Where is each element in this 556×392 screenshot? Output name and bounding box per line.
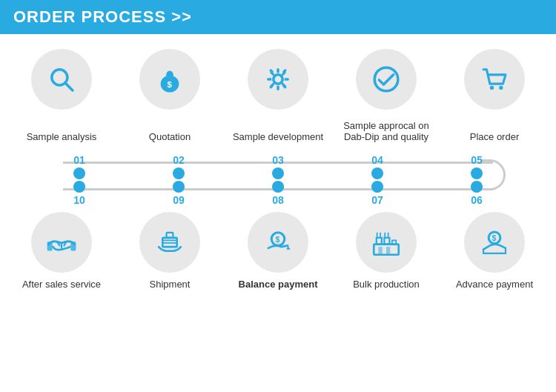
svg-rect-32 bbox=[378, 247, 382, 255]
payment-icon: $ bbox=[262, 226, 294, 259]
page-title: ORDER PROCESS >> bbox=[13, 7, 192, 27]
num-01: 01 bbox=[73, 154, 85, 166]
step-label-quotation: Quotation bbox=[149, 116, 191, 142]
step-bulk-production: Bulk production bbox=[338, 212, 434, 302]
timeline-dot-01: 01 bbox=[31, 154, 128, 179]
factory-icon bbox=[370, 226, 403, 259]
svg-rect-28 bbox=[377, 233, 378, 238]
svg-rect-10 bbox=[282, 69, 287, 74]
timeline-dot-07: 07 bbox=[329, 181, 426, 206]
num-04: 04 bbox=[371, 154, 383, 166]
num-02: 02 bbox=[173, 154, 185, 166]
svg-rect-31 bbox=[388, 233, 389, 238]
step-label-place-order: Place order bbox=[470, 116, 519, 142]
place-order-icon-circle bbox=[464, 49, 525, 110]
cart-icon bbox=[478, 63, 511, 96]
svg-line-1 bbox=[65, 83, 73, 90]
dot-05 bbox=[471, 167, 483, 179]
svg-rect-6 bbox=[277, 86, 279, 90]
sample-approcal-icon-circle bbox=[356, 49, 417, 110]
step-label-sample-development: Sample development bbox=[233, 116, 323, 142]
timeline-dot-06: 06 bbox=[428, 181, 525, 206]
svg-rect-7 bbox=[267, 78, 271, 81]
timeline-area: 01 02 03 04 05 10 bbox=[22, 147, 534, 206]
timeline-dot-10: 10 bbox=[31, 181, 128, 206]
step-sample-development: Sample development bbox=[230, 49, 326, 142]
svg-rect-5 bbox=[277, 68, 279, 73]
svg-rect-27 bbox=[392, 240, 396, 244]
step-balance-payment: $ Balance payment bbox=[230, 212, 326, 302]
svg-text:$: $ bbox=[167, 80, 172, 89]
dot-08 bbox=[272, 181, 284, 193]
timeline-dot-09: 09 bbox=[130, 181, 227, 206]
step-after-sales: After sales service bbox=[13, 212, 110, 302]
svg-rect-30 bbox=[384, 233, 385, 238]
step-label-sample-approcal: Sample approcal on Dab-Dip and quality bbox=[338, 116, 434, 142]
after-sales-icon-circle bbox=[31, 212, 92, 273]
num-03: 03 bbox=[272, 154, 284, 166]
shipment-icon-circle bbox=[139, 212, 200, 273]
svg-rect-29 bbox=[380, 233, 381, 238]
dot-09 bbox=[173, 181, 185, 193]
num-05: 05 bbox=[471, 154, 483, 166]
svg-rect-8 bbox=[285, 78, 289, 81]
timeline-dot-02: 02 bbox=[130, 154, 227, 179]
timeline-dot-05: 05 bbox=[428, 154, 525, 179]
svg-rect-33 bbox=[386, 247, 390, 255]
sample-development-icon-circle bbox=[248, 49, 308, 110]
step-quotation: $ Quotation bbox=[122, 49, 218, 142]
num-07: 07 bbox=[371, 194, 383, 206]
sample-analysis-icon-circle bbox=[31, 49, 92, 110]
step-label-advance-payment: Advance payment bbox=[456, 279, 533, 302]
handshake-icon bbox=[45, 226, 78, 259]
step-label-balance-payment: Balance payment bbox=[239, 279, 318, 302]
step-place-order: Place order bbox=[446, 49, 543, 142]
main-content: Sample analysis $ Quotation bbox=[0, 34, 556, 310]
num-10: 10 bbox=[73, 194, 85, 206]
dot-06 bbox=[471, 181, 483, 193]
dot-03 bbox=[272, 167, 284, 179]
svg-point-14 bbox=[490, 86, 494, 90]
num-08: 08 bbox=[272, 194, 284, 206]
step-sample-analysis: Sample analysis bbox=[13, 49, 110, 142]
bottom-steps-row: After sales service Shipment $ bbox=[7, 212, 549, 302]
quotation-icon-circle: $ bbox=[139, 49, 200, 110]
dot-02 bbox=[173, 167, 185, 179]
advance-payment-icon-circle: $ bbox=[464, 212, 525, 273]
timeline-dot-04: 04 bbox=[329, 154, 426, 179]
dot-10 bbox=[73, 181, 85, 193]
timeline-bottom-dots: 10 09 08 07 06 bbox=[22, 181, 534, 206]
step-advance-payment: $ Advance payment bbox=[446, 212, 543, 302]
timeline-dot-03: 03 bbox=[230, 154, 326, 179]
step-label-bulk-production: Bulk production bbox=[353, 279, 420, 302]
check-icon bbox=[370, 63, 403, 96]
svg-rect-9 bbox=[269, 69, 274, 74]
balance-payment-icon-circle: $ bbox=[248, 212, 308, 273]
svg-rect-16 bbox=[47, 242, 53, 250]
svg-point-15 bbox=[499, 86, 503, 90]
step-label-shipment: Shipment bbox=[150, 279, 191, 302]
money-icon: $ bbox=[153, 63, 186, 96]
step-shipment: Shipment bbox=[122, 212, 218, 302]
timeline-dot-08: 08 bbox=[230, 181, 326, 206]
svg-text:$: $ bbox=[492, 233, 496, 242]
dot-01 bbox=[73, 167, 85, 179]
dot-07 bbox=[371, 181, 383, 193]
ship-icon bbox=[153, 226, 186, 259]
timeline-top-dots: 01 02 03 04 05 bbox=[22, 154, 534, 179]
num-09: 09 bbox=[173, 194, 185, 206]
payment2-icon: $ bbox=[478, 226, 511, 259]
header: ORDER PROCESS >> bbox=[0, 0, 556, 34]
bulk-production-icon-circle bbox=[356, 212, 417, 273]
search-icon bbox=[45, 63, 78, 96]
num-06: 06 bbox=[471, 194, 483, 206]
step-label-after-sales: After sales service bbox=[22, 279, 101, 302]
top-steps-row: Sample analysis $ Quotation bbox=[7, 49, 549, 142]
svg-rect-19 bbox=[167, 233, 173, 238]
svg-text:$: $ bbox=[275, 235, 279, 244]
dot-04 bbox=[371, 167, 383, 179]
gear-icon bbox=[262, 63, 294, 96]
svg-rect-17 bbox=[70, 242, 76, 250]
step-label-sample-analysis: Sample analysis bbox=[27, 116, 97, 142]
svg-point-4 bbox=[274, 75, 282, 84]
